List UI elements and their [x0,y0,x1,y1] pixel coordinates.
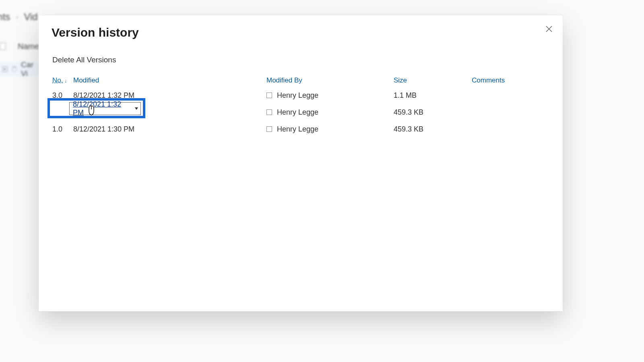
chevron-down-icon [135,107,138,110]
close-button[interactable] [541,21,557,37]
cell-user: Henry Legge [266,125,394,134]
loading-spinner-icon [12,66,17,72]
close-icon [545,25,553,33]
column-header-modified-by[interactable]: Modified By [266,76,394,84]
cell-no: 1.0 [52,125,73,134]
delete-all-versions-link[interactable]: Delete All Versions [52,56,116,64]
table-header: No. ↓ Modified Modified By Size Comments [52,74,551,87]
column-header-size[interactable]: Size [394,76,472,84]
cell-user-name[interactable]: Henry Legge [277,108,318,117]
file-row-selected[interactable]: Car Vi [0,62,40,76]
cell-no: 3.0 [52,91,73,100]
cell-user: Henry Legge [266,108,394,117]
cell-size: 459.3 KB [394,108,472,117]
cell-user-name[interactable]: Henry Legge [277,125,318,134]
cell-user: Henry Legge [266,91,394,100]
user-presence-icon [266,109,272,115]
dialog-title: Version history [52,26,139,39]
cell-user-name[interactable]: Henry Legge [277,91,318,100]
file-icon [0,43,6,50]
column-header-comments[interactable]: Comments [472,76,551,84]
user-presence-icon [266,126,272,132]
column-header-modified[interactable]: Modified [73,76,266,84]
cell-size: 1.1 MB [394,91,472,100]
version-history-dialog: Version history Delete All Versions No. … [39,15,563,311]
breadcrumb: ents › Vid [0,11,38,23]
user-presence-icon [266,93,272,98]
video-file-icon [2,66,8,72]
table-row: 1.0 8/12/2021 1:30 PM Henry Legge 459.3 … [52,121,551,138]
cell-modified-link[interactable]: 8/12/2021 1:30 PM [73,125,266,134]
version-date-dropdown[interactable]: 8/12/2021 1:32 PM [69,102,141,115]
breadcrumb-prev[interactable]: ents [0,11,10,23]
column-header-no[interactable]: No. ↓ [52,76,73,84]
file-name: Car Vi [21,60,40,78]
chevron-right-icon: › [16,13,18,21]
cell-size: 459.3 KB [394,125,472,134]
cell-modified-link[interactable]: 8/12/2021 1:32 PM [73,91,266,100]
sort-desc-icon: ↓ [63,78,67,84]
breadcrumb-current[interactable]: Vid [24,11,37,23]
column-header-name[interactable]: Name [18,42,39,51]
version-date-text: 8/12/2021 1:32 PM [73,100,131,117]
